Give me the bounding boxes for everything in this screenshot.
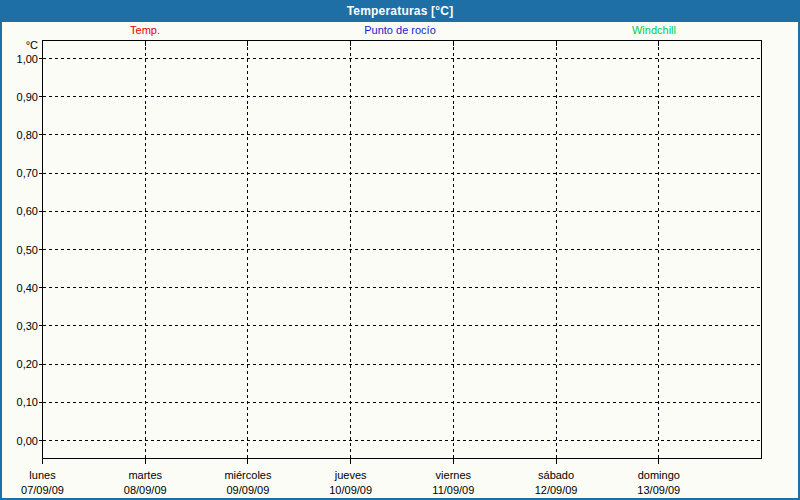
y-tick-label: 0,80 [17,129,38,141]
x-day-label: sábado [538,469,574,481]
x-day-label: miércoles [224,469,272,481]
x-date-label: 12/09/09 [535,484,578,496]
x-date-label: 10/09/09 [329,484,372,496]
y-tick-label: 0,00 [17,435,38,447]
x-date-label: 07/09/09 [21,484,64,496]
x-day-label: lunes [29,469,56,481]
y-tick-label: 0,60 [17,205,38,217]
plot-frame [43,41,762,459]
y-tick-label: 1,00 [17,53,38,65]
y-tick-label: 0,30 [17,320,38,332]
y-tick-label: 0,90 [17,91,38,103]
y-tick-label: 0,20 [17,358,38,370]
x-date-label: 13/09/09 [637,484,680,496]
y-tick-label: 0,50 [17,244,38,256]
x-day-label: viernes [436,469,472,481]
plot-area: °C1,000,900,800,700,600,500,400,300,200,… [0,0,800,500]
x-date-label: 11/09/09 [432,484,474,496]
x-date-label: 09/09/09 [227,484,270,496]
y-tick-label: 0,10 [17,396,38,408]
y-axis-unit-label: °C [26,39,38,51]
y-tick-label: 0,70 [17,167,38,179]
x-day-label: domingo [638,469,680,481]
chart-window: Temperaturas [°C] Temp. Punto de rocío W… [0,0,800,500]
x-date-label: 08/09/09 [124,484,167,496]
y-tick-label: 0,40 [17,282,38,294]
x-day-label: jueves [334,469,367,481]
x-day-label: martes [128,469,162,481]
